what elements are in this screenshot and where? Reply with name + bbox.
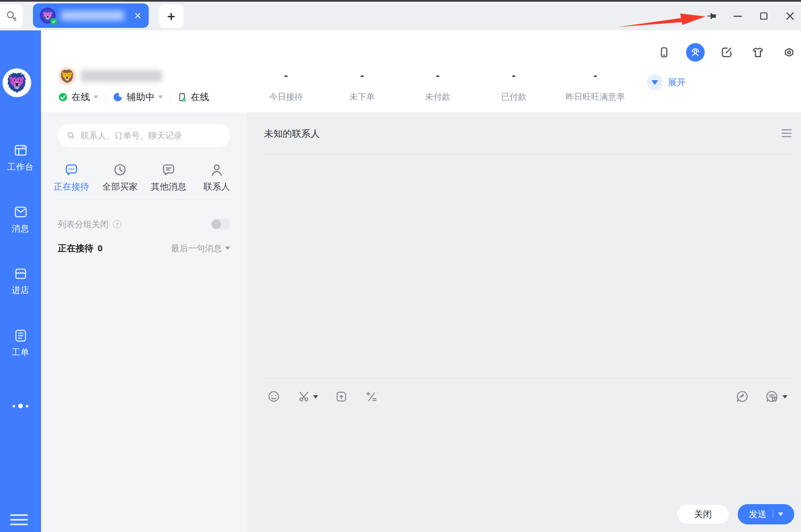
mobile-app-button[interactable] bbox=[655, 43, 673, 62]
emoji-icon bbox=[267, 390, 281, 403]
quick-phrase-button[interactable] bbox=[296, 388, 312, 404]
receiving-label: 正在接待 bbox=[58, 242, 93, 254]
close-button[interactable]: 关闭 bbox=[677, 504, 729, 524]
sidebar-item-messages[interactable]: 消息 bbox=[0, 204, 41, 234]
tab-all-buyers[interactable]: 全部买家 bbox=[95, 162, 144, 193]
divider bbox=[773, 510, 773, 518]
chat-area: 未知的联系人 bbox=[247, 112, 801, 532]
user-name-blurred bbox=[81, 70, 162, 82]
sidebar-item-label: 工作台 bbox=[0, 161, 41, 173]
more-dot-icon bbox=[18, 404, 23, 408]
help-icon[interactable]: ? bbox=[113, 220, 121, 228]
send-button[interactable]: 发送 bbox=[738, 504, 794, 524]
sidebar-item-tickets[interactable]: 工单 bbox=[0, 328, 41, 358]
transfer-chat-button[interactable] bbox=[734, 388, 750, 404]
sidebar: 🦁 工作台 消息 进店 bbox=[0, 30, 41, 532]
pin-window-button[interactable] bbox=[703, 8, 720, 24]
online-status-label: 在线 bbox=[71, 91, 90, 103]
scissors-icon bbox=[297, 390, 311, 403]
expand-caret-icon bbox=[647, 74, 663, 90]
menu-icon bbox=[10, 519, 28, 521]
upload-icon bbox=[335, 390, 348, 403]
upload-file-button[interactable] bbox=[333, 388, 349, 404]
sidebar-item-label: 工单 bbox=[0, 347, 41, 358]
message-lines-icon bbox=[144, 162, 193, 177]
chevron-down-icon[interactable] bbox=[782, 395, 787, 399]
tab-receiving[interactable]: 正在接待 bbox=[47, 162, 96, 193]
more-dot-icon bbox=[13, 405, 15, 407]
add-tab-label: ＋ bbox=[165, 8, 177, 25]
stat-value: - bbox=[476, 69, 552, 81]
maximize-icon bbox=[759, 11, 769, 21]
sort-dropdown[interactable]: 最后一句消息 bbox=[171, 243, 230, 254]
stat-label: 未下单 bbox=[324, 91, 400, 103]
contacts-panel: 正在接待 全部买家 其他消息 bbox=[41, 112, 247, 532]
sidebar-more-button[interactable] bbox=[0, 404, 41, 408]
search-box[interactable] bbox=[58, 124, 230, 147]
maximize-button[interactable] bbox=[755, 8, 772, 24]
phone-icon bbox=[658, 46, 670, 59]
toggle-knob bbox=[212, 220, 221, 229]
add-tab-button[interactable]: ＋ bbox=[159, 4, 183, 28]
tab-other-messages[interactable]: 其他消息 bbox=[144, 162, 193, 193]
chevron-down-icon[interactable] bbox=[313, 395, 318, 399]
mobile-online-status[interactable]: 在线 bbox=[177, 91, 209, 103]
online-status-dropdown[interactable]: 在线 bbox=[58, 91, 98, 103]
status-row: 在线 辅助中 在线 bbox=[58, 90, 209, 104]
sidebar-item-label: 进店 bbox=[0, 285, 41, 296]
expand-label: 展开 bbox=[668, 76, 686, 88]
sort-label: 最后一句消息 bbox=[171, 243, 222, 254]
chat-history-button[interactable] bbox=[764, 388, 780, 404]
group-toggle-switch[interactable] bbox=[211, 219, 230, 230]
customer-service-button[interactable] bbox=[686, 43, 705, 62]
expand-toggle[interactable]: 展开 bbox=[647, 74, 686, 90]
shop-decoration-button[interactable] bbox=[749, 43, 767, 62]
tab-label: 联系人 bbox=[192, 181, 241, 193]
header: 🦁 在线 辅助中 bbox=[41, 30, 801, 112]
search-contacts-button[interactable] bbox=[0, 4, 23, 28]
receiving-count: 0 bbox=[98, 243, 103, 253]
sidebar-item-store[interactable]: 进店 bbox=[0, 266, 41, 296]
minimize-button[interactable] bbox=[729, 8, 746, 24]
store-icon bbox=[0, 266, 41, 281]
message-icon bbox=[0, 204, 41, 220]
sidebar-menu-button[interactable] bbox=[10, 514, 30, 528]
tab-label: 全部买家 bbox=[95, 181, 144, 193]
menu-icon bbox=[10, 514, 28, 516]
lion-avatar-icon: 🦁 bbox=[59, 69, 75, 84]
group-toggle-row: 列表分组关闭 ? bbox=[58, 218, 230, 231]
shortcut-phrase-button[interactable] bbox=[363, 388, 379, 404]
tshirt-icon bbox=[752, 46, 764, 59]
service-headset-icon bbox=[689, 46, 701, 58]
app-logo[interactable]: 🦁 bbox=[3, 68, 31, 97]
settings-button[interactable] bbox=[780, 43, 798, 62]
tab-close-icon[interactable] bbox=[134, 11, 142, 20]
sidebar-item-workbench[interactable]: 工作台 bbox=[0, 143, 41, 173]
divider bbox=[58, 199, 230, 200]
divider bbox=[264, 154, 793, 154]
tab-contacts[interactable]: 联系人 bbox=[192, 162, 241, 193]
receiving-row: 正在接待 0 最后一句消息 bbox=[58, 242, 230, 255]
ticket-icon bbox=[0, 328, 41, 343]
chat-menu-button[interactable] bbox=[782, 129, 792, 139]
compose-icon bbox=[720, 46, 733, 59]
workbench-icon bbox=[0, 143, 41, 158]
person-icon bbox=[192, 162, 241, 177]
forward-chat-icon bbox=[735, 389, 749, 404]
assist-mode-dropdown[interactable]: 辅助中 bbox=[112, 91, 163, 103]
header-toolbar bbox=[655, 43, 798, 62]
stat-label: 未付款 bbox=[400, 91, 476, 103]
stat-label: 昨日旺旺满意率 bbox=[557, 91, 633, 103]
store-tab[interactable]: 🦁 bbox=[33, 3, 149, 28]
search-input[interactable] bbox=[80, 130, 221, 141]
user-avatar[interactable]: 🦁 bbox=[58, 67, 76, 85]
send-button-label: 发送 bbox=[749, 508, 767, 520]
compose-button[interactable] bbox=[717, 43, 736, 62]
emoji-button[interactable] bbox=[266, 388, 282, 404]
send-options-caret-icon[interactable] bbox=[778, 513, 783, 516]
close-window-button[interactable] bbox=[782, 8, 798, 24]
stat-paid: - 已付款 bbox=[476, 69, 552, 103]
close-button-label: 关闭 bbox=[694, 508, 712, 520]
more-dot-icon bbox=[26, 405, 28, 407]
search-icon bbox=[66, 131, 76, 140]
